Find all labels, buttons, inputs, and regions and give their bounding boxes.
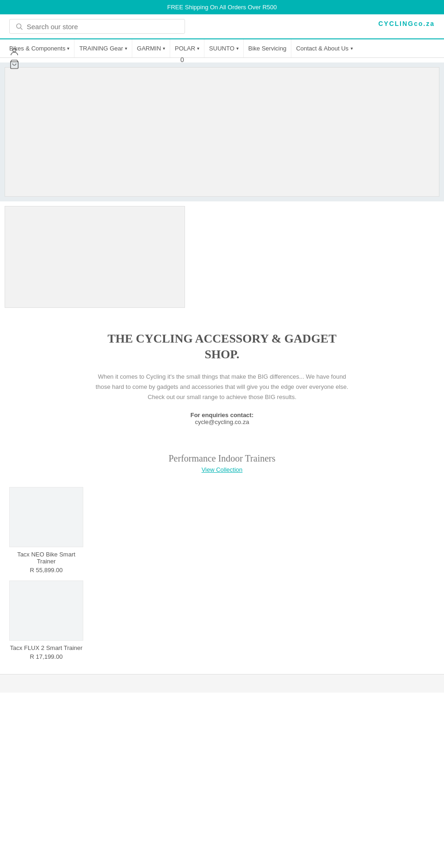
enquiry-email: cycle@cycling.co.za [195,418,249,425]
product-card[interactable]: Tacx FLUX 2 Smart Trainer R 17,199.00 [9,581,83,660]
product-image [9,487,83,547]
top-banner: FREE Shipping On All Orders Over R500 [0,0,444,14]
svg-line-1 [21,28,23,30]
collection-title: Performance Indoor Trainers [9,453,435,464]
logo-text: CYCLINGco.za [378,19,435,34]
nav-item-suunto[interactable]: SUUNTO ▾ [204,39,244,57]
shop-intro-title: THE CYCLING ACCESSORY & GADGET SHOP. [92,331,352,362]
chevron-down-icon: ▾ [67,46,69,51]
product-image [9,581,83,641]
svg-point-0 [17,24,21,28]
chevron-down-icon: ▾ [125,46,127,51]
shop-intro-description: When it comes to Cycling it's the small … [92,372,352,402]
product-price: R 55,899.00 [9,567,83,574]
secondary-banner-image [5,206,185,308]
product-name: Tacx NEO Bike Smart Trainer [9,551,83,565]
enquiry-label: For enquiries contact: [191,412,254,418]
account-cart-icons [9,47,19,69]
chevron-down-icon: ▾ [236,46,239,51]
product-price: R 17,199.00 [9,653,83,660]
search-input[interactable] [27,23,179,31]
site-logo[interactable]: CYCLINGco.za [378,19,435,34]
shop-intro-section: THE CYCLING ACCESSORY & GADGET SHOP. Whe… [0,312,444,444]
search-icon [15,22,23,31]
enquiry-section: For enquiries contact: cycle@cycling.co.… [92,412,352,425]
collection-section: Performance Indoor Trainers View Collect… [0,444,444,482]
product-card[interactable]: Tacx NEO Bike Smart Trainer R 55,899.00 [9,487,83,574]
cart-icon[interactable] [9,59,19,69]
hero-area [0,62,444,201]
nav-item-training[interactable]: TRAINING Gear ▾ [74,39,132,57]
cart-count: 0 [180,56,184,63]
main-nav: Bikes & Components ▾ TRAINING Gear ▾ GAR… [0,38,444,58]
product-name: Tacx FLUX 2 Smart Trainer [9,644,83,651]
footer-bar [0,674,444,693]
svg-point-2 [12,49,16,52]
nav-item-contact[interactable]: Contact & About Us ▾ [291,39,357,57]
search-bar[interactable] [9,19,185,34]
products-grid: Tacx NEO Bike Smart Trainer R 55,899.00 … [0,482,444,665]
banner-text: FREE Shipping On All Orders Over R500 [167,4,277,11]
view-collection-link[interactable]: View Collection [9,466,435,473]
chevron-down-icon: ▾ [163,46,165,51]
nav-item-garmin[interactable]: GARMIN ▾ [132,39,170,57]
nav-item-bike-servicing[interactable]: Bike Servicing [244,39,291,57]
header: 0 CYCLINGco.za [0,14,444,38]
hero-banner-image [5,67,439,197]
account-icon[interactable] [9,47,19,57]
chevron-down-icon: ▾ [351,46,353,51]
chevron-down-icon: ▾ [197,46,199,51]
nav-item-polar[interactable]: POLAR ▾ [170,39,204,57]
